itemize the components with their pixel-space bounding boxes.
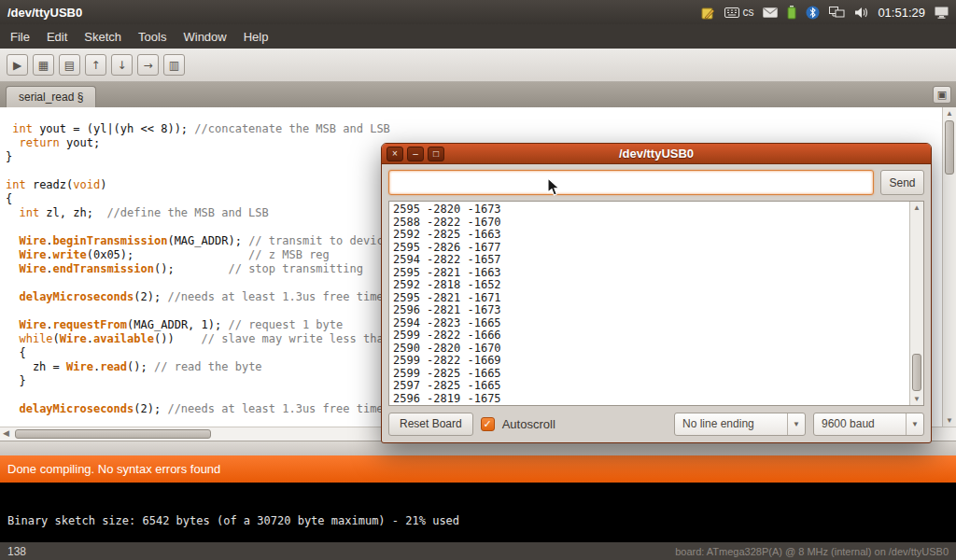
console-output: Binary sketch size: 6542 bytes (of a 307… — [0, 483, 956, 542]
new-sketch-button[interactable]: ▤ — [59, 54, 80, 76]
verify-button[interactable]: ▶ — [7, 54, 28, 76]
serial-monitor-body: Send 2595 -2820 -16732588 -2822 -1670259… — [382, 164, 931, 442]
line-ending-value: No line ending — [675, 417, 787, 430]
serial-line: 2595 -2821 -1663 — [393, 267, 909, 280]
autoscroll-checkbox[interactable]: ✓ — [481, 417, 495, 431]
serial-output[interactable]: 2595 -2820 -16732588 -2822 -16702592 -28… — [389, 202, 909, 405]
baud-rate-dropdown[interactable]: 9600 baud ▼ — [813, 413, 924, 436]
menu-tools[interactable]: Tools — [130, 26, 175, 48]
serial-monitor-title: /dev/ttyUSB0 — [382, 147, 931, 161]
menu-edit[interactable]: Edit — [38, 26, 76, 48]
chevron-down-icon[interactable]: ▼ — [906, 413, 923, 435]
serial-line: 2599 -2822 -1669 — [393, 355, 909, 368]
status-message: Done compiling. No syntax errors found — [7, 462, 220, 476]
serial-line: 2599 -2822 -1666 — [393, 329, 909, 343]
serial-line: 2592 -2818 -1652 — [393, 279, 909, 292]
serial-input-row: Send — [388, 170, 924, 195]
keyboard-layout-label: cs — [742, 6, 753, 19]
close-button[interactable]: × — [387, 147, 403, 161]
close-icon: × — [392, 148, 398, 159]
network-icon[interactable] — [829, 7, 845, 19]
serial-line: 2595 -2821 -1671 — [393, 292, 909, 305]
stop-button[interactable]: ▦ — [33, 54, 54, 76]
serial-scrollbar-thumb[interactable] — [912, 354, 921, 391]
board-info: board: ATmega328P(A) @ 8 MHz (internal) … — [675, 546, 949, 557]
session-menu-icon[interactable] — [935, 7, 949, 19]
notes-icon[interactable] — [701, 6, 715, 20]
scroll-down-icon[interactable]: ▼ — [943, 416, 956, 425]
footer-status-bar: 138 board: ATmega328P(A) @ 8 MHz (intern… — [0, 542, 956, 560]
autoscroll-label: Autoscroll — [502, 417, 555, 431]
serial-monitor-titlebar[interactable]: × – □ /dev/ttyUSB0 — [382, 144, 931, 164]
baud-rate-value: 9600 baud — [814, 417, 906, 430]
serial-monitor-toolbar-button[interactable]: ▥ — [163, 54, 185, 76]
window-title: /dev/ttyUSB0 — [7, 6, 82, 20]
serial-output-wrap: 2595 -2820 -16732588 -2822 -16702592 -28… — [388, 201, 924, 406]
menu-window[interactable]: Window — [175, 26, 234, 48]
serial-line: 2596 -2821 -1673 — [393, 304, 909, 317]
toolbar: ▶▦▤↑↓→▥ — [0, 49, 956, 82]
serial-line: 2595 -2826 -1677 — [393, 242, 909, 255]
check-icon: ✓ — [484, 418, 492, 429]
serial-monitor-controls: Reset Board ✓ Autoscroll No line ending … — [388, 412, 924, 436]
menu-bar: FileEditSketchToolsWindowHelp — [0, 24, 956, 49]
menu-file[interactable]: File — [2, 26, 38, 48]
scroll-up-icon[interactable]: ▲ — [943, 109, 956, 118]
minimize-button[interactable]: – — [407, 147, 424, 161]
tab-bar: serial_read § ▣ — [0, 82, 956, 107]
save-sketch-button[interactable]: ↓ — [111, 54, 133, 76]
titlebar: /dev/ttyUSB0 cs 01:51:29 — [0, 0, 956, 24]
reset-board-button[interactable]: Reset Board — [388, 413, 473, 436]
serial-line: 2594 -2823 -1665 — [393, 317, 909, 330]
maximize-icon: □ — [433, 148, 439, 159]
tab-label: serial_read § — [19, 91, 83, 104]
serial-line: 2588 -2822 -1670 — [393, 217, 909, 230]
tab-menu-icon: ▣ — [937, 89, 947, 101]
line-number: 138 — [7, 545, 26, 558]
minimize-icon: – — [413, 148, 418, 159]
line-ending-dropdown[interactable]: No line ending ▼ — [674, 413, 806, 436]
tab-menu-button[interactable]: ▣ — [933, 86, 951, 104]
volume-icon[interactable] — [854, 7, 868, 19]
scroll-down-icon[interactable]: ▼ — [910, 395, 923, 403]
code-line: int yout = (yl|(yh << 8)); //concatenate… — [6, 122, 937, 136]
keyboard-layout-indicator[interactable]: cs — [724, 6, 753, 19]
serial-line: 2596 -2819 -1675 — [393, 393, 909, 406]
clock[interactable]: 01:51:29 — [878, 6, 925, 20]
open-sketch-button[interactable]: ↑ — [85, 54, 106, 76]
battery-icon[interactable] — [787, 6, 796, 20]
serial-line: 2590 -2820 -1670 — [393, 343, 909, 356]
scroll-up-icon[interactable]: ▲ — [910, 203, 923, 212]
tab-serial-read[interactable]: serial_read § — [6, 86, 96, 107]
scroll-left-icon[interactable]: ◀ — [3, 428, 9, 438]
serial-scrollbar[interactable]: ▲ ▼ — [909, 202, 923, 405]
serial-input[interactable] — [388, 170, 874, 195]
serial-line: 2597 -2825 -1665 — [393, 380, 909, 393]
mail-icon[interactable] — [763, 7, 778, 18]
menu-sketch[interactable]: Sketch — [76, 26, 130, 48]
serial-line: 2599 -2825 -1665 — [393, 368, 909, 381]
console-text: Binary sketch size: 6542 bytes (of a 307… — [7, 514, 459, 527]
system-tray: cs 01:51:29 — [701, 6, 949, 20]
chevron-down-icon[interactable]: ▼ — [787, 413, 805, 435]
serial-monitor-window: × – □ /dev/ttyUSB0 Send 2595 -2820 -1673… — [381, 143, 932, 443]
send-button[interactable]: Send — [880, 170, 924, 195]
menu-help[interactable]: Help — [235, 26, 277, 48]
serial-line: 2594 -2822 -1657 — [393, 254, 909, 267]
editor-hscrollbar-thumb[interactable] — [15, 429, 211, 439]
editor-vertical-scrollbar[interactable]: ▲ ▼ — [942, 107, 956, 427]
editor-scrollbar-thumb[interactable] — [945, 120, 954, 175]
serial-line: 2592 -2825 -1663 — [393, 229, 909, 242]
upload-button[interactable]: → — [137, 54, 159, 76]
bluetooth-icon[interactable] — [806, 6, 820, 20]
maximize-button[interactable]: □ — [428, 147, 444, 161]
serial-line: 2595 -2820 -1673 — [393, 203, 909, 217]
status-bar: Done compiling. No syntax errors found — [0, 455, 956, 483]
